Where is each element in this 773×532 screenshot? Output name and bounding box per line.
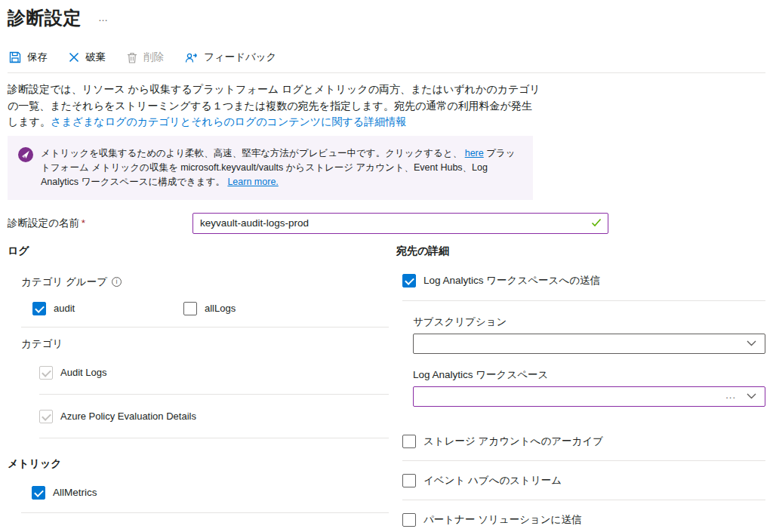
divider	[402, 300, 765, 301]
feedback-button[interactable]: フィードバック	[185, 51, 276, 64]
archive-storage-label[interactable]: ストレージ アカウントへのアーカイブ	[423, 435, 603, 448]
workspace-ellipsis-button[interactable]: ...	[725, 389, 736, 401]
allmetrics-label[interactable]: AllMetrics	[53, 487, 97, 498]
azure-policy-checkbox[interactable]	[39, 410, 53, 423]
category-group-alllogs: allLogs	[183, 302, 334, 315]
chevron-down-icon	[747, 393, 756, 399]
allmetrics-checkbox[interactable]	[32, 486, 45, 500]
diagnostic-setting-name-input[interactable]	[192, 213, 608, 234]
allmetrics-row: AllMetrics	[32, 486, 389, 500]
save-icon	[9, 51, 21, 63]
page-header: 診断設定 …	[8, 6, 765, 30]
send-log-analytics-checkbox[interactable]	[402, 274, 416, 288]
banner-text: メトリックを収集するためのより柔軟、高速、堅牢な方法がプレビュー中です。クリック…	[41, 146, 521, 189]
archive-storage-row: ストレージ アカウントへのアーカイブ	[402, 435, 765, 461]
alllogs-label[interactable]: allLogs	[205, 303, 236, 314]
divider	[21, 327, 389, 328]
audit-label[interactable]: audit	[54, 303, 75, 314]
intro-learn-more-link[interactable]: さまざまなログのカテゴリとそれらのログのコンテンツに関する詳細情報	[51, 115, 406, 128]
subscription-dropdown[interactable]	[413, 334, 765, 354]
banner-learn-more-link[interactable]: Learn more.	[227, 177, 278, 187]
preview-banner: メトリックを収集するためのより柔軟、高速、堅牢な方法がプレビュー中です。クリック…	[8, 136, 533, 200]
alllogs-checkbox[interactable]	[183, 302, 197, 315]
send-log-analytics-label[interactable]: Log Analytics ワークスペースへの送信	[423, 274, 600, 288]
page-title: 診断設定	[8, 6, 82, 30]
audit-checkbox[interactable]	[32, 302, 46, 315]
delete-label: 削除	[143, 51, 164, 64]
content-columns: ログ カテゴリ グループ i audit allLogs カテゴリ Au	[8, 244, 765, 532]
chevron-down-icon	[747, 340, 756, 346]
category-group-label-row: カテゴリ グループ i	[21, 275, 389, 289]
category-group-audit: audit	[32, 302, 183, 315]
diagnostic-settings-page: 診断設定 … 保存 破棄	[0, 0, 773, 532]
stream-event-hub-checkbox[interactable]	[402, 474, 416, 487]
info-icon[interactable]: i	[112, 277, 122, 287]
archive-storage-checkbox[interactable]	[402, 435, 416, 448]
intro-paragraph: 診断設定では、リソース から収集するプラットフォーム ログとメトリックの両方、ま…	[8, 81, 540, 131]
destination-column: 宛先の詳細 Log Analytics ワークスペースへの送信 サブスクリプショ…	[389, 244, 765, 532]
divider	[21, 512, 389, 513]
diagnostic-setting-name-row: 診断設定の名前*	[8, 213, 765, 234]
category-azure-policy-row: Azure Policy Evaluation Details	[39, 395, 389, 438]
diagnostic-setting-name-label: 診断設定の名前*	[8, 217, 192, 230]
stream-event-hub-row: イベント ハブへのストリーム	[402, 461, 765, 500]
name-label-text: 診断設定の名前	[8, 217, 79, 229]
valid-checkmark-icon	[591, 218, 602, 229]
logs-column: ログ カテゴリ グループ i audit allLogs カテゴリ Au	[8, 244, 389, 532]
send-to-log-analytics-row: Log Analytics ワークスペースへの送信	[402, 274, 765, 300]
preview-megaphone-icon	[18, 147, 33, 189]
category-audit-logs-row: Audit Logs	[39, 351, 389, 395]
more-options-icon[interactable]: …	[98, 12, 109, 23]
audit-logs-checkbox[interactable]	[39, 366, 53, 380]
subscription-label: サブスクリプション	[413, 315, 765, 329]
workspace-dropdown[interactable]: ...	[413, 386, 765, 407]
delete-button[interactable]: 削除	[127, 51, 164, 64]
command-bar: 保存 破棄 削除	[8, 51, 765, 73]
send-partner-row: パートナー ソリューションに送信	[402, 500, 765, 532]
feedback-label: フィードバック	[204, 51, 276, 64]
destination-header: 宛先の詳細	[396, 244, 765, 258]
feedback-person-icon	[185, 52, 198, 63]
banner-here-link[interactable]: here	[465, 148, 484, 158]
azure-policy-label: Azure Policy Evaluation Details	[60, 411, 196, 422]
stream-event-hub-label[interactable]: イベント ハブへのストリーム	[423, 474, 562, 487]
log-analytics-config: サブスクリプション Log Analytics ワークスペース ...	[413, 315, 765, 407]
discard-x-icon	[69, 52, 79, 63]
metrics-header: メトリック	[8, 457, 389, 471]
discard-label: 破棄	[85, 51, 106, 64]
workspace-label: Log Analytics ワークスペース	[413, 368, 765, 382]
send-partner-checkbox[interactable]	[402, 513, 416, 527]
required-asterisk: *	[82, 217, 85, 229]
send-partner-label[interactable]: パートナー ソリューションに送信	[423, 513, 581, 527]
category-label: カテゴリ	[21, 337, 389, 351]
category-group-label: カテゴリ グループ	[21, 275, 107, 289]
name-input-wrapper	[192, 213, 608, 234]
save-label: 保存	[27, 51, 48, 64]
category-group-row: audit allLogs	[32, 302, 389, 315]
save-button[interactable]: 保存	[9, 51, 48, 64]
trash-icon	[127, 52, 137, 63]
banner-text-1: メトリックを収集するためのより柔軟、高速、堅牢な方法がプレビュー中です。クリック…	[41, 148, 462, 158]
discard-button[interactable]: 破棄	[69, 51, 106, 64]
logs-header: ログ	[8, 244, 389, 258]
audit-logs-label: Audit Logs	[60, 367, 106, 378]
